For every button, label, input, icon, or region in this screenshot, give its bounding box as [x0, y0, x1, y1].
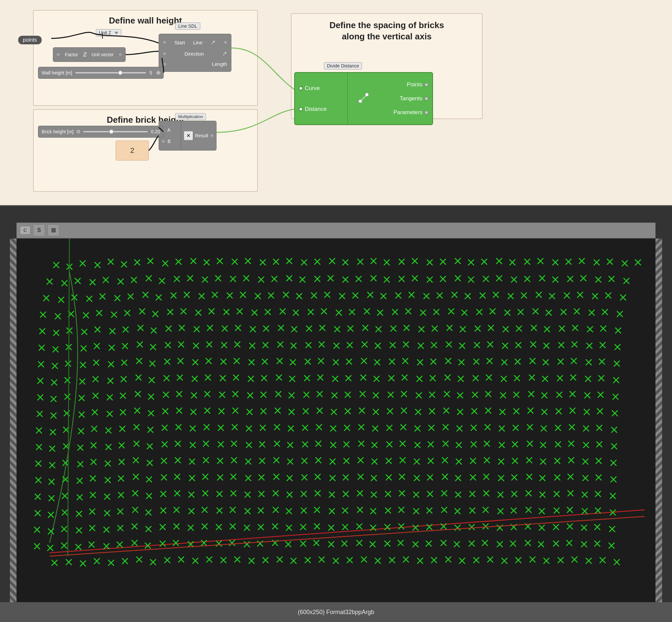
divide-distance-label: Divide Distance — [324, 62, 362, 69]
line-sdl-node[interactable]: Start Line ↗ Direction ↗ Length — [159, 34, 231, 72]
thumbnail-button[interactable] — [48, 224, 60, 236]
viewport-canvas — [16, 239, 656, 602]
port-curve-label: Curve — [299, 85, 343, 92]
port-distance-label: Distance — [299, 106, 343, 112]
viewport-toolbar: C S — [16, 223, 656, 239]
port-tangents-circle — [424, 97, 428, 101]
svg-line-12 — [68, 239, 69, 556]
svg-rect-5 — [51, 228, 55, 232]
svg-line-11 — [49, 516, 644, 556]
svg-line-10 — [16, 239, 19, 241]
c-button[interactable]: C — [20, 226, 30, 235]
direction-arrow-icon: ↗ — [222, 50, 227, 57]
x-markers — [16, 239, 656, 602]
red-line-svg — [16, 239, 656, 602]
zigzag-right-border — [656, 239, 662, 602]
green-pointer-line — [16, 239, 656, 602]
factor-unit-vector-node[interactable]: Factor 𝑍 Unit vector — [53, 47, 125, 62]
slider-track-brick[interactable] — [83, 131, 147, 132]
viewport-section: C S — [0, 205, 672, 622]
slider-track[interactable] — [75, 72, 146, 73]
marker-grid-svg — [16, 239, 656, 602]
circle-icon — [77, 130, 80, 133]
line-sdl-label: Line SDL — [175, 23, 200, 30]
port-points-label: Points — [352, 81, 428, 88]
slider-thumb-brick[interactable] — [109, 129, 114, 134]
port-tangents-label: Tangents — [352, 95, 428, 102]
port-parameters-circle — [424, 110, 428, 114]
brick-height-title: Define brick height — [34, 115, 257, 125]
points-node[interactable]: points — [18, 36, 42, 44]
port-points-circle — [424, 83, 428, 87]
port-distance-circle — [299, 107, 303, 111]
spacing-title: Define the spacing of bricksalong the ve… — [292, 20, 482, 42]
line-arrow-icon: ↗ — [211, 39, 216, 46]
brick-height-slider[interactable]: Brick height [m] 0.20 — [38, 126, 163, 138]
top-section: Define wall height Define brick height D… — [0, 0, 672, 205]
svg-line-7 — [16, 239, 19, 241]
divide-distance-node[interactable]: Curve Distance Points Tangents Parameter… — [294, 72, 433, 125]
port-parameters-label: Parameters — [352, 109, 428, 116]
unit-z-label: Unit Z — [96, 29, 121, 36]
s-button[interactable]: S — [33, 224, 45, 236]
port-b-label: B — [162, 139, 178, 144]
status-bar: (600x250) Format32bppArgb — [0, 602, 672, 622]
multiplication-label: Multiplication — [175, 113, 206, 120]
wall-height-title: Define wall height — [34, 15, 257, 26]
red-diagonal-line — [16, 239, 656, 602]
svg-line-6 — [49, 510, 644, 553]
italic-z-icon: 𝑍 — [83, 51, 86, 58]
multiplication-node[interactable]: A B ✕ Result — [159, 121, 217, 150]
number-2-node[interactable]: 2 — [116, 141, 149, 161]
port-curve-circle — [299, 87, 303, 90]
thumbnail-icon — [50, 227, 57, 234]
svg-line-8 — [16, 239, 19, 241]
wall-height-slider[interactable]: Wall height [m] 5 — [38, 67, 163, 79]
status-text: (600x250) Format32bppArgb — [298, 609, 374, 616]
slider-diamond-icon — [156, 70, 161, 75]
green-connector-svg — [16, 239, 656, 602]
zigzag-left-border — [10, 239, 16, 602]
svg-line-9 — [16, 239, 19, 241]
slider-thumb[interactable] — [118, 70, 123, 75]
port-a-label: A — [162, 127, 178, 133]
x-icon: ✕ — [184, 131, 193, 140]
